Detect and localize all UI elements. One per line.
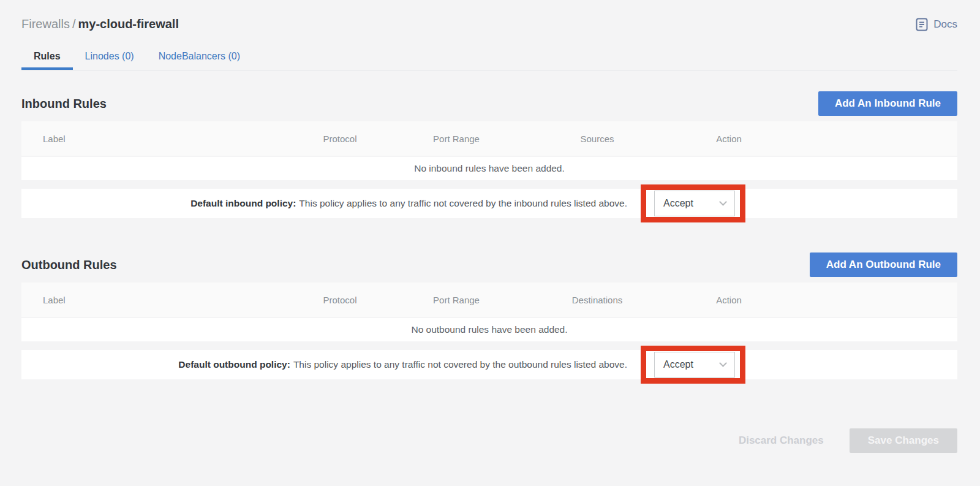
inbound-table-header: Label Protocol Port Range Sources Action <box>21 121 957 156</box>
inbound-col-sources: Sources <box>518 134 677 144</box>
tab-nodebalancers[interactable]: NodeBalancers (0) <box>146 45 252 70</box>
chevron-down-icon <box>719 359 727 367</box>
inbound-policy-highlight-box: Accept <box>641 184 745 222</box>
outbound-policy-highlight-box: Accept <box>641 346 745 384</box>
discard-changes-button[interactable]: Discard Changes <box>731 435 831 447</box>
firewall-detail-page: Firewalls/my-cloud-firewall Docs Rules L… <box>0 0 980 453</box>
outbound-section-header: Outbound Rules Add An Outbound Rule <box>21 252 957 277</box>
inbound-col-port-range: Port Range <box>395 134 518 144</box>
inbound-empty-row: No inbound rules have been added. <box>21 157 957 180</box>
add-outbound-rule-button[interactable]: Add An Outbound Rule <box>810 252 957 277</box>
tab-bar: Rules Linodes (0) NodeBalancers (0) <box>21 45 957 70</box>
topbar: Firewalls/my-cloud-firewall Docs <box>21 17 957 31</box>
inbound-policy-selected-value: Accept <box>663 198 693 209</box>
outbound-col-protocol: Protocol <box>285 295 395 305</box>
outbound-table-header: Label Protocol Port Range Destinations A… <box>21 283 957 317</box>
add-inbound-rule-button[interactable]: Add An Inbound Rule <box>818 91 957 116</box>
breadcrumb-firewalls-link[interactable]: Firewalls <box>21 17 70 31</box>
inbound-policy-row: Default inbound policy: This policy appl… <box>21 189 957 218</box>
inbound-col-protocol: Protocol <box>285 134 395 144</box>
docs-link-label: Docs <box>933 18 957 31</box>
inbound-rules-table: Label Protocol Port Range Sources Action… <box>21 121 957 218</box>
inbound-empty-text: No inbound rules have been added. <box>414 163 565 174</box>
footer-actions: Discard Changes Save Changes <box>21 428 957 453</box>
tab-rules[interactable]: Rules <box>21 45 73 70</box>
outbound-rules-table: Label Protocol Port Range Destinations A… <box>21 283 957 379</box>
inbound-rules-title: Inbound Rules <box>21 97 107 111</box>
outbound-col-port-range: Port Range <box>395 295 518 305</box>
outbound-policy-label: Default outbound policy: <box>178 359 290 370</box>
outbound-policy-row: Default outbound policy: This policy app… <box>21 350 957 379</box>
inbound-policy-select[interactable]: Accept <box>654 191 735 216</box>
tab-linodes[interactable]: Linodes (0) <box>73 45 146 70</box>
outbound-policy-selected-value: Accept <box>663 359 693 370</box>
outbound-policy-description: This policy applies to any traffic not c… <box>293 359 627 370</box>
outbound-empty-row: No outbound rules have been added. <box>21 318 957 341</box>
outbound-policy-select[interactable]: Accept <box>654 352 735 378</box>
inbound-col-action: Action <box>677 134 781 144</box>
docs-icon <box>915 18 929 31</box>
breadcrumb-separator: / <box>70 17 78 31</box>
docs-link[interactable]: Docs <box>915 18 957 31</box>
outbound-col-action: Action <box>677 295 781 305</box>
outbound-rules-title: Outbound Rules <box>21 258 117 272</box>
inbound-col-label: Label <box>21 134 285 144</box>
chevron-down-icon <box>719 198 727 206</box>
inbound-policy-label: Default inbound policy: <box>190 198 296 209</box>
outbound-col-destinations: Destinations <box>518 295 677 305</box>
inbound-section-header: Inbound Rules Add An Inbound Rule <box>21 91 957 116</box>
breadcrumb-current-firewall: my-cloud-firewall <box>78 17 178 31</box>
outbound-col-label: Label <box>21 295 285 305</box>
breadcrumb: Firewalls/my-cloud-firewall <box>21 17 179 31</box>
outbound-empty-text: No outbound rules have been added. <box>411 324 567 335</box>
save-changes-button[interactable]: Save Changes <box>850 428 957 453</box>
inbound-policy-description: This policy applies to any traffic not c… <box>299 198 627 209</box>
